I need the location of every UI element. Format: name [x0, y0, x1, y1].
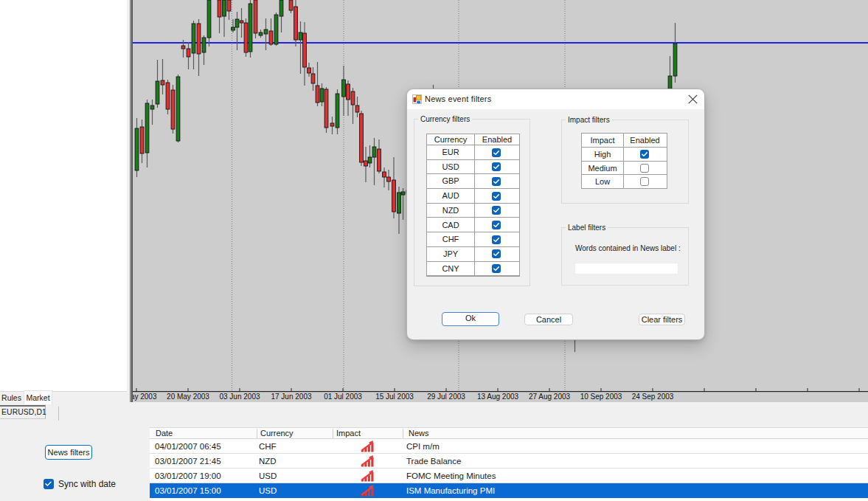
svg-text:17 Jun 2003: 17 Jun 2003 — [271, 393, 311, 401]
svg-text:24 Sep 2003: 24 Sep 2003 — [632, 393, 674, 401]
svg-text:29 Jul 2003: 29 Jul 2003 — [427, 393, 465, 401]
svg-text:13 Aug 2003: 13 Aug 2003 — [477, 393, 519, 401]
svg-text:03 Jun 2003: 03 Jun 2003 — [219, 393, 260, 401]
svg-text:27 Aug 2003: 27 Aug 2003 — [529, 393, 571, 401]
svg-text:May 2003: May 2003 — [133, 393, 157, 401]
svg-text:15 Jul 2003: 15 Jul 2003 — [375, 393, 414, 401]
svg-text:01 Jul 2003: 01 Jul 2003 — [324, 393, 362, 401]
svg-text:10 Sep 2003: 10 Sep 2003 — [580, 393, 622, 401]
svg-text:20 May 2003: 20 May 2003 — [167, 393, 209, 401]
